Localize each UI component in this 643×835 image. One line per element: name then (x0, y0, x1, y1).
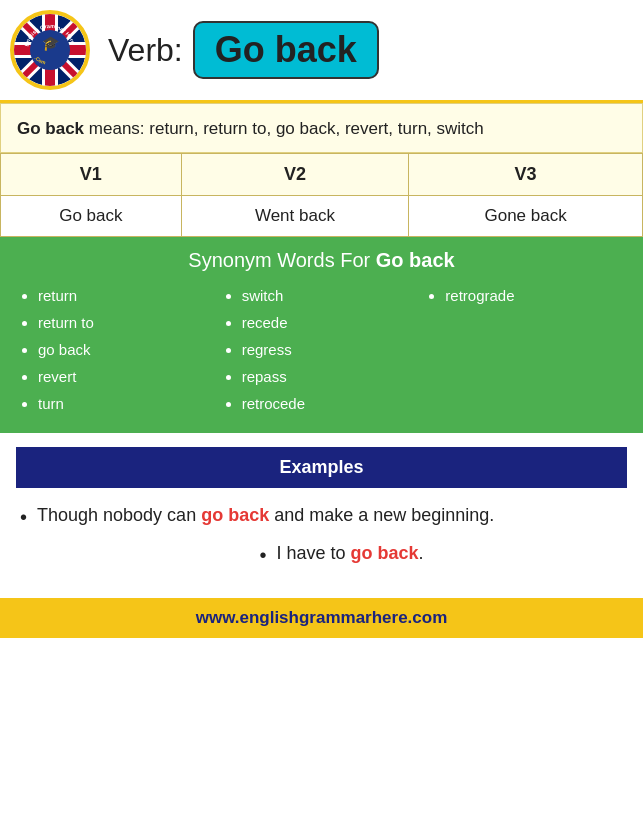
synonym-title: Synonym Words For Go back (16, 249, 627, 272)
verb-table: V1 V2 V3 Go back Went back Gone back (0, 153, 643, 237)
example-highlight-1: go back (201, 505, 269, 525)
bullet-1: • (20, 502, 27, 532)
list-item: regress (242, 336, 424, 363)
table-header-v2: V2 (181, 153, 409, 195)
table-cell-v1: Go back (1, 195, 182, 236)
table-header-v3: V3 (409, 153, 643, 195)
list-item: switch (242, 282, 424, 309)
synonym-list-2: switch recede regress repass retrocede (220, 282, 424, 417)
list-item: retrocede (242, 390, 424, 417)
synonym-col-2: switch recede regress repass retrocede (220, 282, 424, 417)
example-highlight-2: go back (351, 543, 419, 563)
logo: 🎓 English Grammar Here .Com (10, 10, 90, 90)
synonym-title-bold: Go back (376, 249, 455, 271)
logo-svg: 🎓 English Grammar Here .Com (14, 14, 86, 86)
footer: www.englishgrammarhere.com (0, 598, 643, 638)
list-item: return to (38, 309, 220, 336)
list-item: return (38, 282, 220, 309)
synonym-list-1: return return to go back revert turn (16, 282, 220, 417)
bullet-2: • (259, 540, 266, 570)
table-header-row: V1 V2 V3 (1, 153, 643, 195)
svg-text:🎓: 🎓 (42, 35, 60, 52)
means-bold: Go back (17, 119, 84, 138)
synonym-columns: return return to go back revert turn swi… (16, 282, 627, 417)
list-item: recede (242, 309, 424, 336)
means-text: Go back means: return, return to, go bac… (17, 119, 484, 138)
example-item-1: • Though nobody can go back and make a n… (20, 502, 623, 532)
header: 🎓 English Grammar Here .Com Verb: Go bac… (0, 0, 643, 103)
example-after-2: . (419, 543, 424, 563)
synonym-title-normal: Synonym Words For (188, 249, 375, 271)
synonym-col-1: return return to go back revert turn (16, 282, 220, 417)
list-item: revert (38, 363, 220, 390)
means-section: Go back means: return, return to, go bac… (0, 103, 643, 153)
synonym-col-3: retrograde (423, 282, 627, 417)
examples-header: Examples (16, 447, 627, 488)
example-before-1: Though nobody can (37, 505, 201, 525)
example-before-2: I have to (276, 543, 350, 563)
synonym-section: Synonym Words For Go back return return … (0, 237, 643, 433)
table-cell-v2: Went back (181, 195, 409, 236)
example-after-1: and make a new beginning. (269, 505, 494, 525)
examples-header-text: Examples (279, 457, 363, 477)
list-item: turn (38, 390, 220, 417)
example-text-1: Though nobody can go back and make a new… (37, 502, 494, 529)
list-item: retrograde (445, 282, 627, 309)
verb-box-text: Go back (215, 29, 357, 70)
verb-label: Verb: (108, 32, 183, 69)
means-rest: means: return, return to, go back, rever… (84, 119, 484, 138)
table-header-v1: V1 (1, 153, 182, 195)
example-text-2: I have to go back. (276, 540, 423, 567)
footer-url: www.englishgrammarhere.com (196, 608, 448, 627)
verb-box: Go back (193, 21, 379, 79)
list-item: go back (38, 336, 220, 363)
list-item: repass (242, 363, 424, 390)
example-item-2: • I have to go back. (60, 540, 623, 570)
table-cell-v3: Gone back (409, 195, 643, 236)
synonym-list-3: retrograde (423, 282, 627, 309)
examples-body: • Though nobody can go back and make a n… (0, 488, 643, 588)
table-row: Go back Went back Gone back (1, 195, 643, 236)
